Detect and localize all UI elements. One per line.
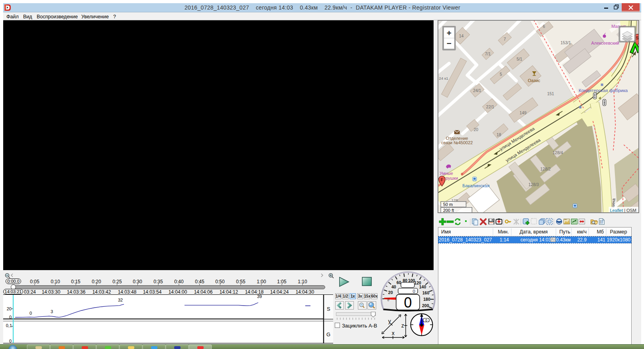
svg-text:S: S bbox=[636, 36, 638, 40]
svg-text:50 m: 50 m bbox=[443, 202, 453, 207]
svg-text:14: 14 bbox=[459, 34, 464, 38]
svg-text:0: 0 bbox=[29, 311, 32, 316]
svg-text:z: z bbox=[401, 322, 404, 329]
svg-text:80: 80 bbox=[402, 278, 407, 283]
svg-text:180: 180 bbox=[423, 297, 430, 302]
svg-text:0: 0 bbox=[425, 318, 427, 322]
svg-text:7: 7 bbox=[504, 37, 506, 41]
svg-text:160: 160 bbox=[422, 290, 430, 295]
svg-text:Leaflet | OSM: Leaflet | OSM bbox=[610, 208, 636, 213]
svg-text:0: 0 bbox=[9, 339, 12, 343]
svg-text:Умные: Умные bbox=[440, 171, 453, 176]
svg-text:32: 32 bbox=[118, 298, 123, 302]
svg-text:153/1: 153/1 bbox=[560, 41, 571, 45]
svg-text:−: − bbox=[447, 39, 452, 48]
svg-text:связи №450022: связи №450022 bbox=[441, 140, 473, 145]
svg-text:Оазис: Оазис bbox=[528, 78, 540, 83]
svg-text:149: 149 bbox=[520, 111, 527, 115]
svg-text:60: 60 bbox=[397, 280, 401, 285]
svg-text:128/4: 128/4 bbox=[553, 151, 563, 155]
svg-text:20: 20 bbox=[388, 290, 393, 295]
svg-text:Алексеевский: Алексеевский bbox=[591, 41, 619, 45]
svg-text:140: 140 bbox=[419, 284, 426, 289]
svg-text:кина: кина bbox=[610, 198, 616, 208]
svg-text:7/1: 7/1 bbox=[485, 52, 491, 56]
svg-text:F: F bbox=[441, 178, 443, 182]
svg-text:20: 20 bbox=[474, 127, 479, 132]
svg-text:G: G bbox=[326, 331, 330, 337]
svg-text:Отделение: Отделение bbox=[446, 136, 468, 141]
svg-text:128/3: 128/3 bbox=[528, 182, 539, 187]
svg-text:40: 40 bbox=[391, 284, 396, 289]
svg-text:3: 3 bbox=[51, 309, 53, 314]
svg-text:5/1: 5/1 bbox=[516, 57, 522, 61]
svg-text:200: 200 bbox=[422, 303, 429, 308]
svg-text:S: S bbox=[327, 306, 330, 312]
svg-text:0,1: 0,1 bbox=[6, 323, 12, 328]
svg-text:24 к1: 24 к1 bbox=[439, 76, 448, 80]
svg-text:+: + bbox=[447, 28, 452, 37]
svg-text:6: 6 bbox=[543, 24, 545, 29]
svg-text:22/1: 22/1 bbox=[486, 105, 494, 109]
svg-text:0: 0 bbox=[9, 315, 12, 320]
svg-text:200 ft: 200 ft bbox=[443, 208, 454, 213]
svg-text:x: x bbox=[392, 330, 395, 336]
svg-text:0: 0 bbox=[387, 298, 389, 302]
svg-text:0: 0 bbox=[404, 294, 412, 311]
svg-text:Бакалинская: Бакалинская bbox=[462, 183, 489, 188]
svg-text:18: 18 bbox=[497, 133, 501, 137]
svg-text:128/2: 128/2 bbox=[540, 167, 551, 171]
svg-text:24/1: 24/1 bbox=[473, 88, 481, 93]
svg-text:151: 151 bbox=[547, 92, 554, 96]
svg-text:39: 39 bbox=[257, 294, 262, 299]
svg-text:y: y bbox=[388, 318, 391, 324]
svg-text:5: 5 bbox=[500, 72, 502, 76]
svg-text:Кондитерская фабрика: Кондитерская фабрика bbox=[579, 88, 628, 93]
svg-text:20: 20 bbox=[7, 306, 12, 311]
svg-text:0: 0 bbox=[413, 289, 415, 294]
